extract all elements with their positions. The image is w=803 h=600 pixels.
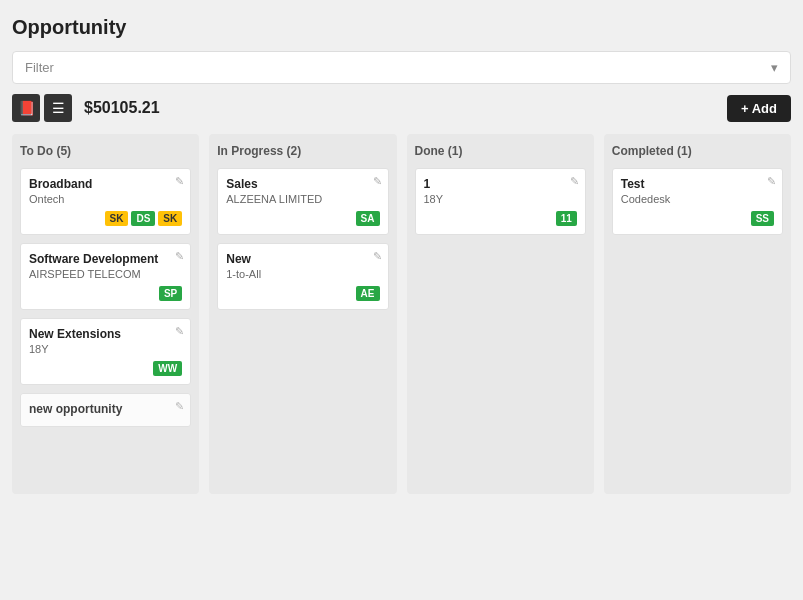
card-badge: AE [356, 286, 380, 301]
kanban-card[interactable]: ✎New1-to-AllAE [217, 243, 388, 310]
card-title: New Extensions [29, 327, 182, 341]
card-title: 1 [424, 177, 577, 191]
card-badge: SK [105, 211, 129, 226]
column-header-todo: To Do (5) [20, 142, 191, 160]
card-subtitle: 18Y [424, 193, 577, 205]
card-subtitle: 18Y [29, 343, 182, 355]
column-header-inprogress: In Progress (2) [217, 142, 388, 160]
card-badge: SS [751, 211, 774, 226]
kanban-card[interactable]: ✎118Y11 [415, 168, 586, 235]
card-badge: SK [158, 211, 182, 226]
filter-label: Filter [25, 60, 54, 75]
card-badges: WW [29, 361, 182, 376]
list-icon: ☰ [52, 100, 65, 116]
card-subtitle: Codedesk [621, 193, 774, 205]
card-title: new opportunity [29, 402, 182, 416]
card-title: Broadband [29, 177, 182, 191]
card-subtitle: AIRSPEED TELECOM [29, 268, 182, 280]
kanban-card[interactable]: ✎New Extensions18YWW [20, 318, 191, 385]
column-header-completed: Completed (1) [612, 142, 783, 160]
edit-icon[interactable]: ✎ [175, 175, 184, 188]
kanban-card[interactable]: ✎TestCodedeskSS [612, 168, 783, 235]
kanban-column-todo: To Do (5)✎BroadbandOntechSKDSSK✎Software… [12, 134, 199, 494]
edit-icon[interactable]: ✎ [175, 325, 184, 338]
card-badge: SA [356, 211, 380, 226]
card-badge: DS [131, 211, 155, 226]
card-subtitle: Ontech [29, 193, 182, 205]
card-subtitle: 1-to-All [226, 268, 379, 280]
card-subtitle: ALZEENA LIMITED [226, 193, 379, 205]
page-title: Opportunity [12, 16, 791, 39]
toolbar-left: 📕 ☰ $50105.21 [12, 94, 160, 122]
card-badges: SP [29, 286, 182, 301]
book-icon: 📕 [18, 100, 35, 116]
card-badge: SP [159, 286, 182, 301]
edit-icon[interactable]: ✎ [175, 250, 184, 263]
filter-bar[interactable]: Filter ▾ [12, 51, 791, 84]
edit-icon[interactable]: ✎ [767, 175, 776, 188]
list-view-button[interactable]: ☰ [44, 94, 72, 122]
toolbar: 📕 ☰ $50105.21 + Add [12, 94, 791, 122]
column-header-done: Done (1) [415, 142, 586, 160]
card-title: Software Development [29, 252, 182, 266]
add-button[interactable]: + Add [727, 95, 791, 122]
card-badges: AE [226, 286, 379, 301]
edit-icon[interactable]: ✎ [175, 400, 184, 413]
kanban-card[interactable]: ✎BroadbandOntechSKDSSK [20, 168, 191, 235]
kanban-card[interactable]: ✎new opportunity [20, 393, 191, 427]
edit-icon[interactable]: ✎ [373, 175, 382, 188]
kanban-column-completed: Completed (1)✎TestCodedeskSS [604, 134, 791, 494]
edit-icon[interactable]: ✎ [570, 175, 579, 188]
kanban-column-inprogress: In Progress (2)✎SalesALZEENA LIMITEDSA✎N… [209, 134, 396, 494]
edit-icon[interactable]: ✎ [373, 250, 382, 263]
card-title: Sales [226, 177, 379, 191]
card-badges: SA [226, 211, 379, 226]
card-badge: 11 [556, 211, 577, 226]
card-title: Test [621, 177, 774, 191]
chevron-down-icon: ▾ [771, 60, 778, 75]
card-badges: 11 [424, 211, 577, 226]
kanban-card[interactable]: ✎Software DevelopmentAIRSPEED TELECOMSP [20, 243, 191, 310]
kanban-column-done: Done (1)✎118Y11 [407, 134, 594, 494]
card-badges: SS [621, 211, 774, 226]
kanban-card[interactable]: ✎SalesALZEENA LIMITEDSA [217, 168, 388, 235]
kanban-board: To Do (5)✎BroadbandOntechSKDSSK✎Software… [12, 134, 791, 494]
book-view-button[interactable]: 📕 [12, 94, 40, 122]
card-badge: WW [153, 361, 182, 376]
card-badges: SKDSSK [29, 211, 182, 226]
card-title: New [226, 252, 379, 266]
total-amount: $50105.21 [84, 99, 160, 117]
